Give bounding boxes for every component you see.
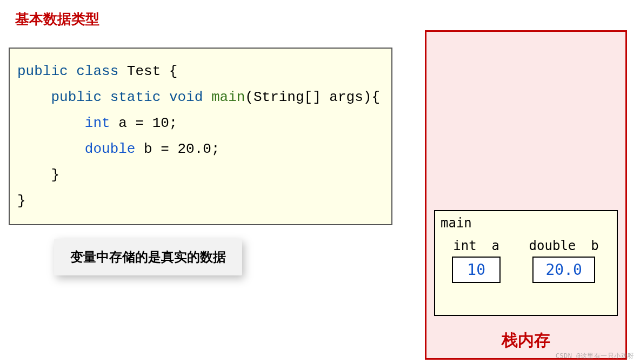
stack-memory-box: main int a 10 double b 20.0 栈内存 [425,30,627,360]
kw-static: static [110,89,161,105]
stack-title: 栈内存 [426,329,625,352]
var-a-type: int [453,238,476,253]
var-b-value: 20.0 [532,257,595,283]
type-int: int [85,115,110,131]
var-a-value: 10 [452,257,501,283]
fn-main: main [211,89,245,105]
var-a: int a 10 [450,238,503,283]
kw-class: class [76,63,118,79]
kw-void: void [169,89,203,105]
vars-row: int a 10 double b 20.0 [441,238,611,283]
code-block: public class Test { public static void m… [9,48,392,225]
type-double: double [85,141,136,157]
callout-text: 变量中存储的是真实的数据 [70,250,226,265]
main-sig: (String[] args){ [245,89,380,105]
var-b-name: b [591,238,598,253]
class-name: Test { [127,63,178,79]
line3-rest: a = 10; [110,115,178,131]
kw-public: public [17,63,68,79]
var-a-name: a [492,238,499,253]
stack-frame-main: main int a 10 double b 20.0 [434,210,618,316]
line5: } [17,167,59,183]
frame-label: main [441,215,611,231]
kw-public2: public [51,89,102,105]
page-title: 基本数据类型 [15,10,99,29]
line6: } [17,193,26,209]
watermark: CSDN @这里有一只小鸡呀 [556,352,635,361]
var-b: double b 20.0 [526,238,602,283]
callout-wrap: 变量中存储的是真实的数据 [54,239,242,275]
var-b-type: double [529,238,576,253]
line4-rest: b = 20.0; [135,141,219,157]
callout-box: 变量中存储的是真实的数据 [54,239,242,275]
